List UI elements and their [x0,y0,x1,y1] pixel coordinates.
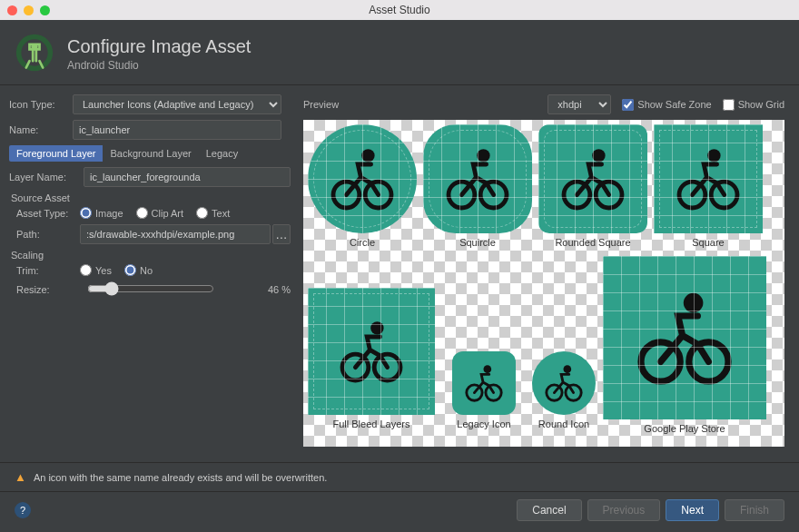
svg-point-20 [484,365,492,373]
icon-type-label: Icon Type: [9,99,73,110]
preview-legacy-icon [452,351,516,415]
preview-squircle [423,124,532,233]
preview-round-icon [532,351,596,415]
svg-point-6 [449,182,475,208]
svg-point-3 [333,182,360,208]
show-grid-checkbox[interactable]: Show Grid [723,99,784,111]
android-studio-icon [15,33,54,75]
tab-legacy[interactable]: Legacy [199,145,245,162]
tab-background-layer[interactable]: Background Layer [103,145,198,162]
show-safe-zone-checkbox[interactable]: Show Safe Zone [622,99,711,111]
density-select[interactable]: xhdpi [547,94,611,114]
cancel-button[interactable]: Cancel [517,499,581,521]
preview-circle [308,124,417,233]
svg-point-16 [374,354,400,380]
asset-type-clipart[interactable]: Clip Art [136,207,183,219]
asset-type-label: Asset Type: [16,208,80,219]
svg-point-2 [31,44,37,50]
dialog-header: Configure Image Asset Android Studio [0,20,799,84]
maximize-icon[interactable] [40,5,50,15]
preview-label: Preview [303,99,339,110]
preview-rounded-square [538,124,647,233]
source-asset-section: Source Asset [11,192,291,203]
resize-label: Resize: [16,284,80,295]
trim-label: Trim: [16,265,80,276]
page-subtitle: Android Studio [67,59,251,72]
name-label: Name: [9,124,73,135]
svg-point-25 [689,342,728,381]
preview-full-bleed [308,288,435,415]
path-label: Path: [16,229,80,240]
svg-point-12 [679,182,705,208]
asset-type-text[interactable]: Text [196,207,230,219]
name-input[interactable] [73,120,281,140]
svg-point-9 [564,182,590,208]
window-title: Asset Studio [369,4,429,16]
path-browse-button[interactable]: … [272,224,291,244]
svg-point-11 [592,149,605,162]
svg-point-23 [564,365,572,373]
svg-point-17 [370,321,383,334]
svg-point-8 [477,149,489,162]
minimize-icon[interactable] [24,5,34,15]
layer-tabs: Foreground Layer Background Layer Legacy [9,145,291,162]
window-controls [7,5,50,15]
resize-value: 46 % [254,284,291,295]
preview-play-store [603,256,766,419]
trim-yes[interactable]: Yes [80,264,112,276]
svg-point-26 [684,293,704,313]
svg-point-13 [711,182,737,208]
previous-button[interactable]: Previous [587,499,661,521]
preview-square [654,124,763,233]
preview-canvas: Circle Squircle Rounded Square Square Fu… [303,120,784,447]
svg-point-14 [707,149,720,162]
svg-point-15 [342,354,369,380]
tab-foreground-layer[interactable]: Foreground Layer [9,145,103,162]
scaling-section: Scaling [11,250,291,261]
icon-type-select[interactable]: Launcher Icons (Adaptive and Legacy) [73,94,281,114]
page-title: Configure Image Asset [67,36,251,57]
layer-name-input[interactable] [84,167,291,187]
finish-button[interactable]: Finish [725,499,784,521]
help-button[interactable]: ? [15,502,31,518]
warning-text: An icon with the same name already exist… [34,472,327,483]
next-button[interactable]: Next [666,499,719,521]
preview-panel: Preview xhdpi Show Safe Zone Show Grid C… [303,94,784,447]
config-form: Icon Type: Launcher Icons (Adaptive and … [9,94,291,447]
svg-point-4 [365,182,391,208]
dialog-footer: ▲ An icon with the same name already exi… [0,462,799,532]
resize-slider[interactable] [87,281,214,296]
svg-point-24 [641,342,680,381]
svg-point-5 [361,149,374,162]
svg-point-7 [480,182,507,208]
layer-name-label: Layer Name: [9,172,84,182]
asset-type-image[interactable]: Image [80,207,123,219]
svg-point-10 [596,182,622,208]
titlebar: Asset Studio [0,0,799,20]
trim-no[interactable]: No [124,264,153,276]
close-icon[interactable] [7,5,17,15]
path-input[interactable] [80,224,271,244]
warning-icon: ▲ [15,470,26,484]
